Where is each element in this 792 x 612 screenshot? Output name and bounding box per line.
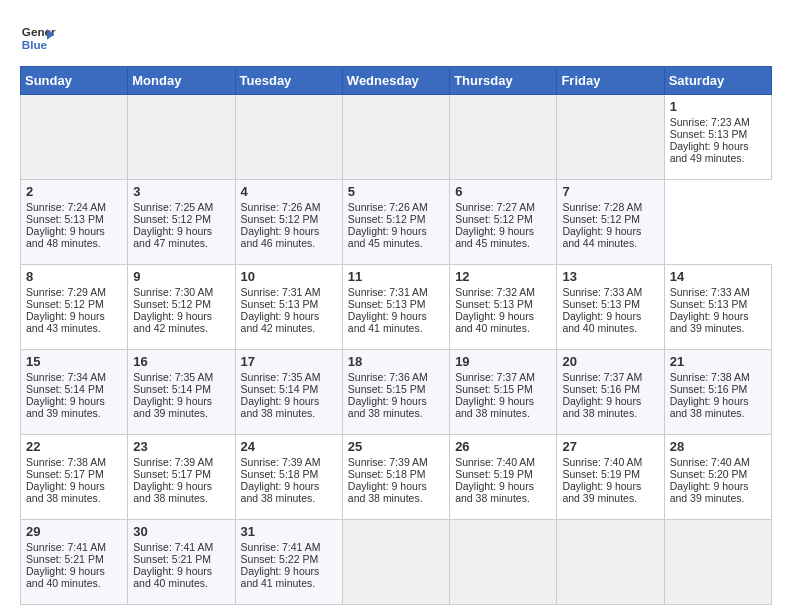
calendar-cell-day-2: 2Sunrise: 7:24 AMSunset: 5:13 PMDaylight… [21,180,128,265]
calendar-cell-day-8: 8Sunrise: 7:29 AMSunset: 5:12 PMDaylight… [21,265,128,350]
calendar-week-5: 22Sunrise: 7:38 AMSunset: 5:17 PMDayligh… [21,435,772,520]
column-header-wednesday: Wednesday [342,67,449,95]
calendar-table: SundayMondayTuesdayWednesdayThursdayFrid… [20,66,772,605]
calendar-cell-day-21: 21Sunrise: 7:38 AMSunset: 5:16 PMDayligh… [664,350,771,435]
calendar-week-3: 8Sunrise: 7:29 AMSunset: 5:12 PMDaylight… [21,265,772,350]
day-number: 7 [562,184,658,199]
calendar-cell-day-16: 16Sunrise: 7:35 AMSunset: 5:14 PMDayligh… [128,350,235,435]
calendar-week-4: 15Sunrise: 7:34 AMSunset: 5:14 PMDayligh… [21,350,772,435]
day-number: 26 [455,439,551,454]
day-number: 4 [241,184,337,199]
day-number: 27 [562,439,658,454]
day-number: 13 [562,269,658,284]
calendar-cell-day-6: 6Sunrise: 7:27 AMSunset: 5:12 PMDaylight… [450,180,557,265]
day-number: 11 [348,269,444,284]
calendar-cell-day-26: 26Sunrise: 7:40 AMSunset: 5:19 PMDayligh… [450,435,557,520]
calendar-cell-day-24: 24Sunrise: 7:39 AMSunset: 5:18 PMDayligh… [235,435,342,520]
empty-cell [450,520,557,605]
day-number: 31 [241,524,337,539]
day-number: 12 [455,269,551,284]
svg-text:Blue: Blue [22,38,48,51]
calendar-cell-day-7: 7Sunrise: 7:28 AMSunset: 5:12 PMDaylight… [557,180,664,265]
day-number: 5 [348,184,444,199]
day-number: 9 [133,269,229,284]
column-header-friday: Friday [557,67,664,95]
calendar-cell-day-5: 5Sunrise: 7:26 AMSunset: 5:12 PMDaylight… [342,180,449,265]
empty-cell [342,95,449,180]
column-header-monday: Monday [128,67,235,95]
empty-cell [450,95,557,180]
calendar-cell-day-27: 27Sunrise: 7:40 AMSunset: 5:19 PMDayligh… [557,435,664,520]
calendar-cell-day-28: 28Sunrise: 7:40 AMSunset: 5:20 PMDayligh… [664,435,771,520]
column-header-sunday: Sunday [21,67,128,95]
calendar-cell-day-18: 18Sunrise: 7:36 AMSunset: 5:15 PMDayligh… [342,350,449,435]
calendar-cell-day-11: 11Sunrise: 7:31 AMSunset: 5:13 PMDayligh… [342,265,449,350]
day-number: 10 [241,269,337,284]
calendar-cell-day-3: 3Sunrise: 7:25 AMSunset: 5:12 PMDaylight… [128,180,235,265]
day-number: 17 [241,354,337,369]
column-header-tuesday: Tuesday [235,67,342,95]
day-number: 22 [26,439,122,454]
empty-cell [235,95,342,180]
day-number: 21 [670,354,766,369]
calendar-cell-day-14: 14Sunrise: 7:33 AMSunset: 5:13 PMDayligh… [664,265,771,350]
calendar-week-2: 2Sunrise: 7:24 AMSunset: 5:13 PMDaylight… [21,180,772,265]
column-header-thursday: Thursday [450,67,557,95]
empty-cell [557,95,664,180]
column-header-saturday: Saturday [664,67,771,95]
calendar-cell-day-23: 23Sunrise: 7:39 AMSunset: 5:17 PMDayligh… [128,435,235,520]
day-number: 23 [133,439,229,454]
calendar-cell-day-30: 30Sunrise: 7:41 AMSunset: 5:21 PMDayligh… [128,520,235,605]
empty-cell [557,520,664,605]
day-number: 20 [562,354,658,369]
day-number: 1 [670,99,766,114]
day-number: 19 [455,354,551,369]
logo: General Blue [20,20,56,56]
day-number: 15 [26,354,122,369]
calendar-cell-day-12: 12Sunrise: 7:32 AMSunset: 5:13 PMDayligh… [450,265,557,350]
day-number: 29 [26,524,122,539]
logo-icon: General Blue [20,20,56,56]
calendar-cell-day-22: 22Sunrise: 7:38 AMSunset: 5:17 PMDayligh… [21,435,128,520]
calendar-cell-day-20: 20Sunrise: 7:37 AMSunset: 5:16 PMDayligh… [557,350,664,435]
day-number: 18 [348,354,444,369]
calendar-cell-day-25: 25Sunrise: 7:39 AMSunset: 5:18 PMDayligh… [342,435,449,520]
calendar-cell-day-31: 31Sunrise: 7:41 AMSunset: 5:22 PMDayligh… [235,520,342,605]
calendar-header-row: SundayMondayTuesdayWednesdayThursdayFrid… [21,67,772,95]
page-header: General Blue [20,20,772,56]
calendar-cell-day-19: 19Sunrise: 7:37 AMSunset: 5:15 PMDayligh… [450,350,557,435]
day-number: 14 [670,269,766,284]
day-number: 8 [26,269,122,284]
calendar-cell-day-1: 1Sunrise: 7:23 AMSunset: 5:13 PMDaylight… [664,95,771,180]
day-number: 30 [133,524,229,539]
calendar-cell-day-4: 4Sunrise: 7:26 AMSunset: 5:12 PMDaylight… [235,180,342,265]
empty-cell [664,520,771,605]
day-number: 3 [133,184,229,199]
day-number: 2 [26,184,122,199]
empty-cell [21,95,128,180]
day-number: 6 [455,184,551,199]
calendar-cell-day-29: 29Sunrise: 7:41 AMSunset: 5:21 PMDayligh… [21,520,128,605]
calendar-week-6: 29Sunrise: 7:41 AMSunset: 5:21 PMDayligh… [21,520,772,605]
day-number: 16 [133,354,229,369]
calendar-cell-day-9: 9Sunrise: 7:30 AMSunset: 5:12 PMDaylight… [128,265,235,350]
empty-cell [128,95,235,180]
calendar-cell-day-17: 17Sunrise: 7:35 AMSunset: 5:14 PMDayligh… [235,350,342,435]
calendar-week-1: 1Sunrise: 7:23 AMSunset: 5:13 PMDaylight… [21,95,772,180]
calendar-cell-day-10: 10Sunrise: 7:31 AMSunset: 5:13 PMDayligh… [235,265,342,350]
day-number: 28 [670,439,766,454]
calendar-cell-day-15: 15Sunrise: 7:34 AMSunset: 5:14 PMDayligh… [21,350,128,435]
day-number: 24 [241,439,337,454]
empty-cell [342,520,449,605]
calendar-cell-day-13: 13Sunrise: 7:33 AMSunset: 5:13 PMDayligh… [557,265,664,350]
day-number: 25 [348,439,444,454]
